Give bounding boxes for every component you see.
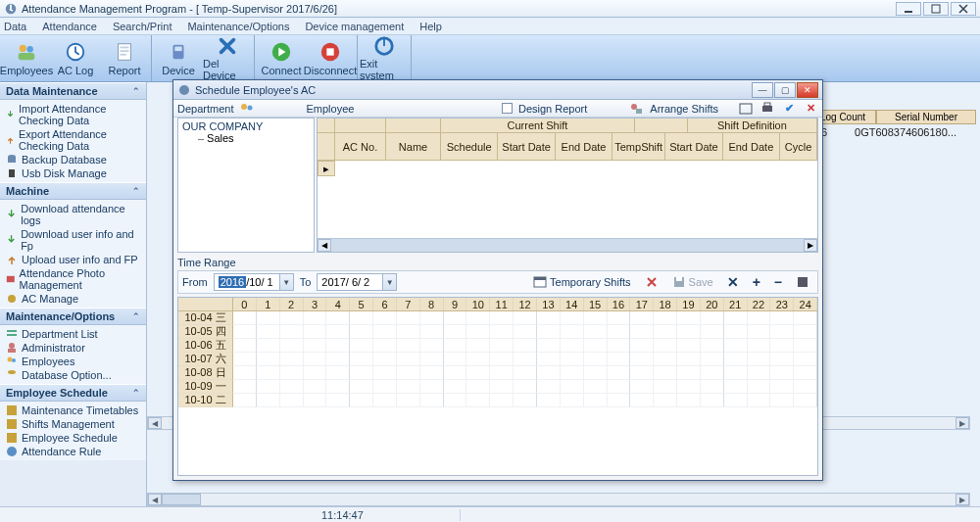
menu-help[interactable]: Help bbox=[419, 21, 442, 32]
sidebar-dept-list[interactable]: Department List bbox=[0, 327, 146, 341]
shifts-icon bbox=[6, 418, 18, 430]
aclog-icon bbox=[64, 40, 87, 64]
department-tree[interactable]: OUR COMPANY – Sales bbox=[177, 118, 315, 253]
sidebar-employees[interactable]: Employees bbox=[0, 355, 146, 368]
timeline-row[interactable]: 10-05 四 bbox=[178, 325, 817, 339]
sidebar-shifts-mgmt[interactable]: Shifts Management bbox=[0, 417, 146, 431]
arrange-shifts-button[interactable]: Arrange Shifts bbox=[650, 103, 718, 115]
temporary-shifts-button[interactable]: Temporary Shifts bbox=[529, 275, 635, 289]
timeline-tick: 6 bbox=[373, 298, 397, 310]
shift-grid-scrollbar[interactable]: ◀▶ bbox=[318, 238, 817, 252]
window-maximize-button[interactable] bbox=[923, 2, 949, 16]
print-icon[interactable] bbox=[760, 101, 775, 117]
timeline-row[interactable]: 10-08 日 bbox=[178, 366, 817, 380]
toolbar-report[interactable]: Report bbox=[100, 35, 149, 81]
schedule-icon bbox=[6, 432, 18, 444]
panel-employee-schedule[interactable]: Employee Schedule⌃ bbox=[0, 384, 146, 402]
sidebar-usb-manage[interactable]: Usb Disk Manage bbox=[0, 166, 146, 180]
to-date-combo[interactable]: 2017/ 6/ 2 ▼ bbox=[317, 273, 397, 291]
sidebar-export-attendance[interactable]: Export Attendance Checking Data bbox=[0, 127, 146, 153]
timeline-row-header: 10-06 五 bbox=[178, 339, 233, 353]
sidebar-photo-mgmt[interactable]: Attendance Photo Management bbox=[0, 266, 146, 292]
toolbar-connect[interactable]: Connect bbox=[257, 35, 306, 81]
collapse-icon: ⌃ bbox=[132, 86, 140, 96]
bg-hscroll-2[interactable]: ◀▶ bbox=[147, 493, 970, 506]
cancel-icon[interactable]: ✕ bbox=[803, 101, 818, 117]
chevron-down-icon[interactable]: ▼ bbox=[279, 274, 293, 290]
toolbar-deldevice[interactable]: Del Device bbox=[203, 35, 252, 81]
print-preview-icon[interactable] bbox=[738, 101, 754, 117]
dialog-minimize-button[interactable]: — bbox=[752, 82, 773, 98]
timeline-grid[interactable]: 0123456789101112131415161718192021222324… bbox=[177, 297, 818, 476]
menu-maintenance[interactable]: Maintenance/Options bbox=[187, 21, 289, 32]
device-icon bbox=[167, 40, 190, 64]
clear-shift-button[interactable] bbox=[641, 275, 662, 289]
menu-attendance[interactable]: Attendance bbox=[42, 21, 97, 32]
menu-device[interactable]: Device management bbox=[305, 21, 404, 32]
toolbar-disconnect[interactable]: Disconnect bbox=[306, 35, 355, 81]
tool-button[interactable] bbox=[792, 275, 813, 289]
dialog-titlebar[interactable]: Schedule Employee's AC — ▢ ✕ bbox=[173, 80, 822, 100]
sidebar-attendance-rule[interactable]: Attendance Rule bbox=[0, 445, 146, 458]
dept-label: Department bbox=[177, 103, 233, 115]
svg-point-24 bbox=[8, 295, 16, 303]
menu-search[interactable]: Search/Print bbox=[113, 21, 172, 32]
panel-data-maintenance[interactable]: Data Maintenance⌃ bbox=[0, 82, 146, 100]
svg-rect-32 bbox=[7, 405, 17, 415]
menu-data[interactable]: Data bbox=[4, 21, 26, 32]
toolbar-employees[interactable]: Employees bbox=[2, 35, 51, 81]
toolbar-aclog[interactable]: AC Log bbox=[51, 35, 100, 81]
dept-icon[interactable] bbox=[239, 101, 255, 117]
cell-serial: 0GT608374606180... bbox=[841, 126, 970, 142]
from-date-combo[interactable]: 2016/10/ 1 ▼ bbox=[214, 273, 294, 291]
save-button[interactable]: Save bbox=[668, 275, 717, 289]
sidebar-download-userinfo[interactable]: Download user info and Fp bbox=[0, 227, 146, 253]
sidebar-backup-db[interactable]: Backup Database bbox=[0, 153, 146, 166]
window-close-button[interactable] bbox=[951, 2, 976, 16]
sidebar-upload-userinfo[interactable]: Upload user info and FP bbox=[0, 253, 146, 266]
sidebar: Data Maintenance⌃ Import Attendance Chec… bbox=[0, 82, 147, 506]
sidebar-administrator[interactable]: Administrator bbox=[0, 341, 146, 355]
timeline-row[interactable]: 10-07 六 bbox=[178, 353, 817, 366]
panel-machine[interactable]: Machine⌃ bbox=[0, 182, 146, 200]
timeline-row-header: 10-07 六 bbox=[178, 353, 233, 366]
sidebar-download-logs[interactable]: Download attendance logs bbox=[0, 202, 146, 227]
sidebar-maint-timetables[interactable]: Maintenance Timetables bbox=[0, 403, 146, 417]
svg-point-35 bbox=[7, 447, 17, 456]
design-report-checkbox[interactable] bbox=[502, 103, 513, 114]
statusbar: 11:14:47 bbox=[0, 506, 980, 522]
timeline-row-header: 10-09 一 bbox=[178, 380, 233, 394]
time-range-label: Time Range bbox=[177, 257, 818, 268]
dialog-maximize-button[interactable]: ▢ bbox=[774, 82, 796, 98]
toolbar-device[interactable]: Device bbox=[154, 35, 203, 81]
chevron-down-icon[interactable]: ▼ bbox=[382, 274, 396, 290]
toolbar-exit[interactable]: Exit system bbox=[360, 35, 409, 81]
sidebar-employee-schedule[interactable]: Employee Schedule bbox=[0, 431, 146, 445]
window-title: Attendance Management Program - [ Temp-S… bbox=[22, 3, 896, 15]
tree-child-sales[interactable]: – Sales bbox=[180, 132, 312, 144]
dialog-close-button[interactable]: ✕ bbox=[797, 82, 818, 98]
timeline-row[interactable]: 10-06 五 bbox=[178, 339, 817, 353]
add-button[interactable]: + bbox=[749, 274, 764, 290]
sidebar-ac-manage[interactable]: AC Manage bbox=[0, 292, 146, 306]
col-serial: Serial Number bbox=[876, 110, 976, 124]
sidebar-db-option[interactable]: Database Option... bbox=[0, 368, 146, 382]
close-button[interactable]: ✕ bbox=[723, 274, 743, 290]
remove-button[interactable]: − bbox=[770, 274, 786, 290]
svg-rect-12 bbox=[120, 54, 125, 56]
window-minimize-button[interactable] bbox=[896, 2, 921, 16]
timeline-row-header: 10-04 三 bbox=[178, 311, 233, 325]
timeline-tick: 20 bbox=[701, 298, 724, 310]
svg-rect-43 bbox=[764, 103, 770, 106]
tree-root[interactable]: OUR COMPANY bbox=[180, 120, 312, 132]
timeline-row-header: 10-05 四 bbox=[178, 325, 233, 339]
panel-maintenance[interactable]: Maintenance/Options⌃ bbox=[0, 308, 146, 325]
svg-point-6 bbox=[26, 46, 32, 52]
disconnect-icon bbox=[318, 40, 342, 64]
ok-icon[interactable]: ✔ bbox=[781, 101, 797, 117]
timeline-row[interactable]: 10-04 三 bbox=[178, 311, 817, 325]
timeline-row[interactable]: 10-09 一 bbox=[178, 380, 817, 394]
import-icon bbox=[6, 109, 15, 120]
timeline-row[interactable]: 10-10 二 bbox=[178, 394, 817, 407]
sidebar-import-attendance[interactable]: Import Attendance Checking Data bbox=[0, 102, 146, 127]
